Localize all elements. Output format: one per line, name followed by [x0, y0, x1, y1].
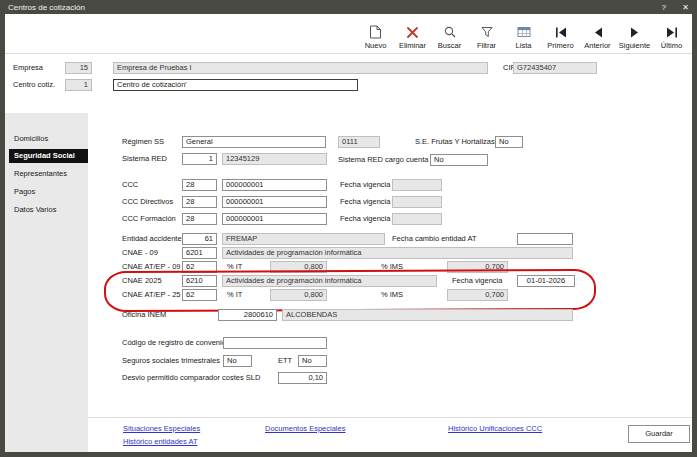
cnae-atep25-code-field[interactable]: 62 [182, 289, 217, 301]
oficina-inem-name-field: ALCOBENDAS [282, 309, 573, 321]
se-frutas-label: S.E. Frutas Y Hortalizas [415, 136, 495, 148]
ccc-num-field[interactable]: 000000001 [222, 179, 327, 191]
toolbar-button-label: Primero [547, 41, 573, 50]
link-historico-entidades-at[interactable]: Histórico entidades AT [123, 437, 197, 446]
convenio-field[interactable] [223, 337, 327, 349]
link-historico-unificaciones-ccc[interactable]: Histórico Unificaciones CCC [448, 424, 542, 433]
last-record-button[interactable]: Último [653, 25, 690, 53]
save-button[interactable]: Guardar [628, 425, 690, 443]
ccc-directivos-fecha-field [392, 196, 442, 208]
cnae-atep09-ims-label: % IMS [381, 261, 403, 273]
desvio-label: Desvio permitido comparador costes SLD [122, 372, 260, 384]
oficina-inem-label: Oficina INEM [122, 309, 166, 321]
filter-funnel-icon [481, 25, 493, 39]
search-icon [444, 25, 456, 39]
cnae-atep09-it-field: 0,800 [270, 261, 327, 273]
close-icon[interactable]: ✕ [682, 3, 689, 12]
entidad-accidentes-label: Entidad accidentes [122, 233, 185, 245]
sidebar-item-domicilios[interactable]: Domicilios [9, 132, 88, 146]
centro-code-field: 1 [65, 79, 92, 91]
cnae-atep09-ims-field: 0,700 [447, 261, 508, 273]
help-icon[interactable]: ? [662, 3, 666, 12]
ccc-formacion-num-field[interactable]: 000000001 [222, 213, 327, 225]
toolbar-button-label: Buscar [438, 41, 461, 50]
new-button[interactable]: Nuevo [357, 25, 394, 53]
new-document-icon [369, 25, 382, 39]
table-list-icon [517, 25, 531, 39]
toolbar-button-label: Eliminar [399, 41, 426, 50]
sidebar-item-representantes[interactable]: Representantes [9, 167, 88, 181]
cnae-atep09-code-field[interactable]: 62 [182, 261, 217, 273]
next-record-icon [630, 25, 640, 39]
ccc-directivos-prov-field[interactable]: 28 [182, 196, 217, 208]
ett-field[interactable]: No [298, 355, 327, 367]
cnae09-desc-field: Actividades de programación informática [222, 247, 573, 259]
delete-x-icon [407, 25, 418, 39]
toolbar-button-label: Último [661, 41, 682, 50]
sistema-red-label: Sistema RED [122, 153, 167, 165]
sidebar: Domicilios Seguridad Social Representant… [5, 113, 88, 452]
first-record-icon [555, 25, 567, 39]
delete-button[interactable]: Eliminar [394, 25, 431, 53]
cnae2025-label: CNAE 2025 [122, 275, 162, 287]
previous-record-button[interactable]: Anterior [579, 25, 616, 53]
cif-field: G72435407 [513, 62, 597, 74]
centro-name-field[interactable]: Centro de cotización' [113, 79, 358, 91]
ccc-directivos-fecha-label: Fecha vigencia [340, 196, 390, 208]
last-record-icon [666, 25, 678, 39]
oficina-inem-code-field[interactable]: 2800610 [218, 309, 277, 321]
cnae-atep09-label: CNAE AT/EP - 09 [122, 261, 181, 273]
cnae2025-fecha-vigencia-label: Fecha vigencia [452, 275, 502, 287]
footer-separator [88, 417, 692, 418]
se-frutas-field[interactable]: No [495, 136, 523, 148]
empresa-code-field: 15 [65, 62, 92, 74]
desvio-field[interactable]: 0,10 [278, 372, 327, 384]
toolbar-button-label: Siguiente [619, 41, 650, 50]
cnae-atep25-it-field: 0,800 [270, 289, 327, 301]
regimen-ss-field[interactable]: General [182, 136, 326, 148]
cnae09-code-field[interactable]: 6201 [182, 247, 217, 259]
list-button[interactable]: Lista [505, 25, 542, 53]
sistema-red-code-field[interactable]: 1 [182, 153, 217, 165]
entidad-accidentes-code-field[interactable]: 61 [182, 233, 217, 245]
first-record-button[interactable]: Primero [542, 25, 579, 53]
link-documentos-especiales[interactable]: Documentos Especiales [265, 424, 345, 433]
toolbar-button-label: Lista [516, 41, 532, 50]
app-window: Centros de cotización ? ✕ Nuevo Eliminar [0, 0, 697, 457]
cnae-atep25-label: CNAE AT/EP - 25 [122, 289, 181, 301]
ett-label: ETT [278, 355, 292, 367]
sidebar-item-pagos[interactable]: Pagos [9, 185, 88, 199]
link-situaciones-especiales[interactable]: Situaciones Especiales [123, 424, 200, 433]
ccc-prov-field[interactable]: 28 [182, 179, 217, 191]
sistema-red-cargo-field[interactable]: No [430, 154, 488, 166]
ccc-formacion-fecha-field [392, 213, 442, 225]
sistema-red-value-field: 12345129 [222, 153, 327, 165]
cnae-atep25-ims-field: 0,700 [447, 289, 508, 301]
cnae2025-desc-field: Actividades de programación informática [222, 275, 437, 287]
toolbar: Nuevo Eliminar Buscar Filtrar [5, 14, 692, 54]
ccc-formacion-prov-field[interactable]: 28 [182, 213, 217, 225]
ccc-fecha-vigencia-label: Fecha vigencia [340, 179, 390, 191]
seguros-trimestrales-field[interactable]: No [223, 355, 252, 367]
fecha-cambio-entidad-field[interactable] [517, 233, 573, 245]
ccc-directivos-label: CCC Directivos [122, 196, 173, 208]
sidebar-item-datos-varios[interactable]: Datos Varios [9, 203, 88, 217]
ccc-formacion-label: CCC Formación [122, 213, 176, 225]
next-record-button[interactable]: Siguiente [616, 25, 653, 53]
empresa-name-field: Empresa de Pruebas I [113, 62, 488, 74]
entidad-accidentes-name-field: FREMAP [222, 233, 385, 245]
cnae2025-fecha-vigencia-field[interactable]: 01-01-2026 [517, 275, 575, 287]
search-button[interactable]: Buscar [431, 25, 468, 53]
ccc-label: CCC [122, 179, 138, 191]
convenio-label: Código de registro de convenio [122, 337, 226, 349]
cnae-atep09-it-label: % IT [227, 261, 242, 273]
cnae-atep25-it-label: % IT [227, 289, 242, 301]
toolbar-button-label: Nuevo [365, 41, 387, 50]
toolbar-button-label: Anterior [584, 41, 610, 50]
centro-cotiz-label: Centro cotiz. [13, 79, 55, 91]
fecha-cambio-entidad-label: Fecha cambio entidad AT [392, 233, 477, 245]
cnae2025-code-field[interactable]: 6210 [182, 275, 217, 287]
sidebar-item-seguridad-social[interactable]: Seguridad Social [9, 149, 88, 163]
ccc-directivos-num-field[interactable]: 000000001 [222, 196, 327, 208]
filter-button[interactable]: Filtrar [468, 25, 505, 53]
